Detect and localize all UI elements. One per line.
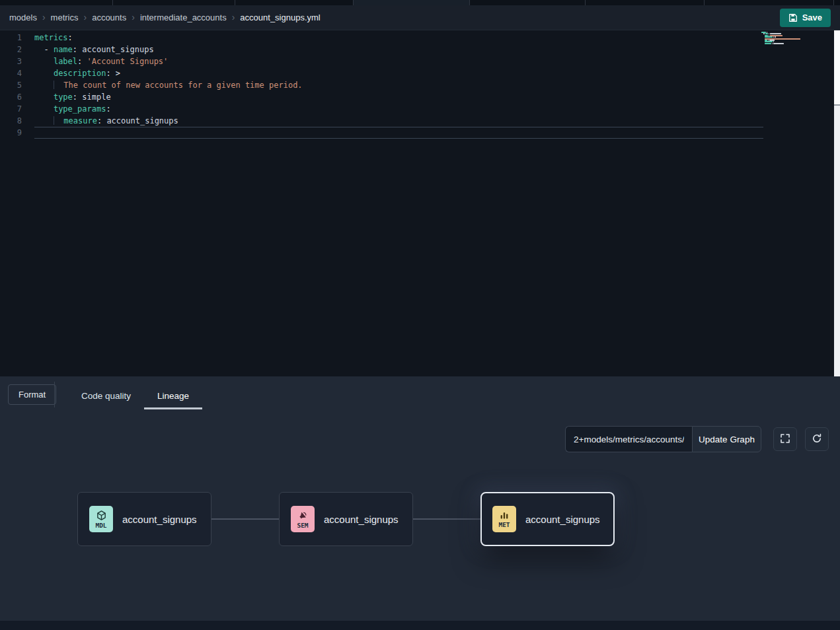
divider [54,382,55,407]
line-number: 5 [0,79,34,91]
chevron-right-icon: › [83,13,87,22]
tab-lineage[interactable]: Lineage [144,385,202,409]
lineage-controls: Update Graph [565,426,829,452]
line-number: 4 [0,67,34,79]
update-graph-button[interactable]: Update Graph [692,426,761,452]
save-label: Save [802,13,822,22]
code-editor[interactable]: 1metrics:2 - name: account_signups3 labe… [0,30,840,376]
line-number: 8 [0,115,34,127]
lineage-graph[interactable]: Update Graph [0,413,840,621]
breadcrumb-item[interactable]: metrics [51,13,79,22]
cube-icon [96,510,107,521]
node-type-code: SEM [297,522,308,529]
editor-tab-strip [0,0,840,5]
editor-tab[interactable] [113,0,235,5]
code-lines: 1metrics:2 - name: account_signups3 labe… [0,30,840,139]
status-bar [0,621,840,630]
code-line[interactable]: 9 [0,127,840,139]
code-line[interactable]: 2 - name: account_signups [0,44,840,55]
line-number: 7 [0,103,34,115]
node-type-code: MET [498,521,510,528]
bottom-panel: Format Code qualityLineage Update Graph [0,376,840,621]
line-number: 6 [0,91,34,103]
fullscreen-button[interactable] [773,427,797,451]
scrollbar-handle[interactable] [834,30,840,106]
chevron-right-icon: › [132,13,135,22]
breadcrumb-item[interactable]: models [9,13,37,22]
lineage-edge [413,518,480,520]
editor-tab[interactable] [235,0,354,5]
code-line[interactable]: 6 type: simple [0,91,840,103]
editor-tab[interactable] [470,0,586,5]
editor-scrollbar[interactable] [834,30,840,376]
code-line[interactable]: 3 label: 'Account Signups' [0,55,840,67]
node-type-badge: SEM [291,506,315,532]
tab-code-quality[interactable]: Code quality [68,385,144,409]
node-label: account_signups [324,514,399,525]
node-type-badge: MDL [89,506,113,532]
lineage-node-mdl[interactable]: MDLaccount_signups [77,492,211,546]
editor-tab[interactable] [586,0,705,5]
lineage-node-sem[interactable]: SEMaccount_signups [279,492,413,546]
breadcrumb-item[interactable]: account_signups.yml [240,13,320,22]
megaphone-icon [297,510,309,521]
breadcrumb: models›metrics›accounts›intermediate_acc… [9,13,321,22]
save-button[interactable]: Save [780,9,831,27]
code-line[interactable]: 7 type_params: [0,103,840,115]
node-type-code: MDL [95,522,106,529]
breadcrumb-bar: models›metrics›accounts›intermediate_acc… [0,5,840,30]
fullscreen-icon [780,433,790,446]
editor-tab[interactable] [705,0,834,5]
line-number: 3 [0,55,34,67]
breadcrumb-item[interactable]: accounts [92,13,126,22]
chevron-right-icon: › [232,13,235,22]
code-line[interactable]: 4 description: > [0,67,840,79]
code-line[interactable]: 1metrics: [0,32,840,44]
panel-tabs: Code qualityLineage [68,385,202,409]
selector-input[interactable] [565,426,692,452]
chevron-right-icon: › [42,13,46,22]
refresh-icon [812,433,822,446]
line-number: 2 [0,44,34,55]
editor-tab[interactable] [0,0,113,5]
bar-chart-icon [499,510,510,520]
code-line[interactable]: 5 The count of new accounts for a given … [0,79,840,91]
refresh-button[interactable] [805,427,829,451]
format-button[interactable]: Format [8,384,56,405]
lineage-node-met[interactable]: METaccount_signups [480,492,615,546]
node-type-badge: MET [492,506,516,532]
app-root: models›metrics›accounts›intermediate_acc… [0,0,840,630]
editor-tab[interactable] [354,0,470,5]
minimap[interactable] [761,32,801,46]
code-line[interactable]: 8 measure: account_signups [0,115,840,127]
line-number: 9 [0,127,34,139]
breadcrumb-item[interactable]: intermediate_accounts [140,13,227,22]
lineage-edge [211,518,279,520]
node-label: account_signups [122,514,197,525]
save-icon [788,13,798,22]
node-label: account_signups [525,514,600,525]
line-number: 1 [0,32,34,44]
